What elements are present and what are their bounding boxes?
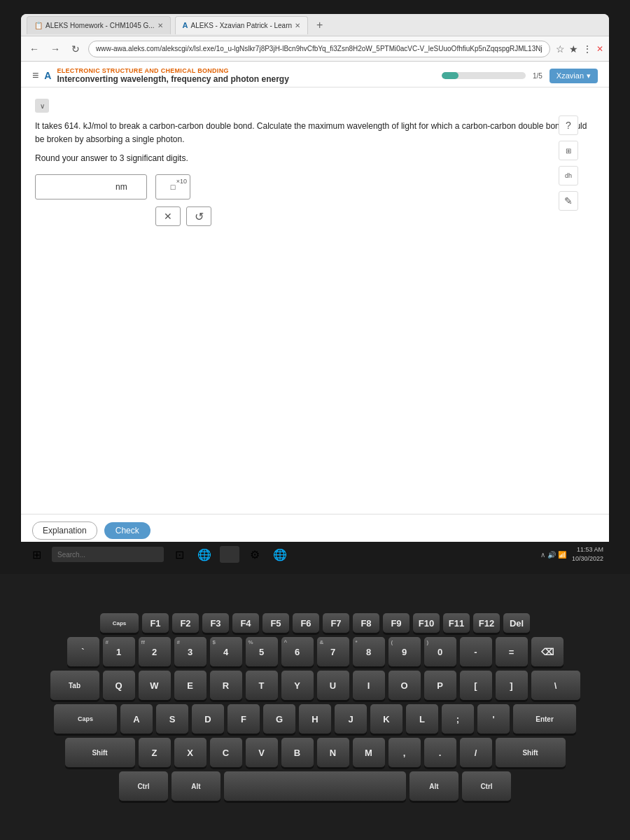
key-equals[interactable]: =	[496, 637, 528, 666]
key-ctrl-right[interactable]: Ctrl	[462, 771, 511, 801]
taskbar-search[interactable]	[52, 547, 164, 562]
key-p[interactable]: P	[424, 671, 456, 700]
close-window-icon[interactable]: ✕	[596, 44, 603, 54]
key-s[interactable]: S	[156, 704, 188, 734]
key-z[interactable]: Z	[139, 738, 171, 767]
key-f1[interactable]: F1	[142, 613, 169, 633]
edit-icon-btn[interactable]: ✎	[559, 191, 578, 211]
key-7[interactable]: &7	[317, 637, 349, 666]
key-f3[interactable]: F3	[202, 613, 229, 633]
key-3[interactable]: #3	[174, 637, 206, 666]
tab-close-inactive[interactable]: ✕	[158, 22, 163, 29]
key-f6[interactable]: F6	[293, 613, 319, 633]
key-n[interactable]: N	[317, 738, 349, 767]
key-j[interactable]: J	[335, 704, 367, 734]
nav-back-button[interactable]: ←	[27, 42, 42, 56]
key-backslash[interactable]: \	[531, 671, 580, 700]
key-f10[interactable]: F10	[413, 613, 440, 633]
chevron-toggle[interactable]: ∨	[35, 99, 49, 113]
key-g[interactable]: G	[263, 704, 295, 734]
key-minus[interactable]: -	[460, 637, 492, 666]
key-enter[interactable]: Enter	[513, 704, 576, 734]
key-c[interactable]: C	[210, 738, 242, 767]
key-del[interactable]: Del	[503, 613, 530, 633]
key-bracket-right[interactable]: ]	[496, 671, 528, 700]
key-f4[interactable]: F4	[232, 613, 259, 633]
key-u[interactable]: U	[317, 671, 349, 700]
key-d[interactable]: D	[192, 704, 224, 734]
taskbar-icon-edge[interactable]: 🌐	[195, 545, 214, 564]
tab-inactive[interactable]: 📋 ALEKS Homework - CHM1045 G... ✕	[27, 16, 171, 34]
key-1[interactable]: #1	[103, 637, 135, 666]
key-b[interactable]: B	[281, 738, 314, 767]
address-input[interactable]	[88, 41, 550, 57]
taskbar-icon-view[interactable]: ⊡	[169, 545, 189, 564]
key-backspace[interactable]: ⌫	[531, 637, 564, 666]
bookmark-icon[interactable]: ☆	[556, 43, 565, 55]
key-y[interactable]: Y	[281, 671, 314, 700]
key-r[interactable]: R	[210, 671, 242, 700]
explanation-button[interactable]: Explanation	[32, 522, 97, 540]
key-backtick[interactable]: `	[67, 637, 99, 666]
key-semicolon[interactable]: ;	[442, 704, 474, 734]
help-icon-btn[interactable]: ?	[559, 115, 578, 135]
key-e[interactable]: E	[174, 671, 206, 700]
key-l[interactable]: L	[406, 704, 438, 734]
key-period[interactable]: .	[424, 738, 456, 767]
key-shift-right[interactable]: Shift	[496, 738, 566, 767]
key-quote[interactable]: '	[477, 704, 510, 734]
key-f8[interactable]: F8	[353, 613, 379, 633]
tab-active[interactable]: A ALEKS - Xzavian Patrick - Learn ✕	[175, 16, 308, 34]
star-icon[interactable]: ★	[569, 43, 578, 55]
key-tab[interactable]: Tab	[50, 671, 99, 700]
key-a[interactable]: A	[120, 704, 153, 734]
key-q[interactable]: Q	[103, 671, 135, 700]
key-6[interactable]: ^6	[281, 637, 314, 666]
key-h[interactable]: H	[299, 704, 331, 734]
user-menu-button[interactable]: Xzavian ▾	[550, 69, 598, 83]
key-t[interactable]: T	[246, 671, 278, 700]
tab-close-active[interactable]: ✕	[295, 22, 300, 29]
key-bracket-left[interactable]: [	[460, 671, 492, 700]
key-space[interactable]	[224, 771, 406, 801]
hamburger-menu-icon[interactable]: ≡	[32, 69, 38, 82]
key-4[interactable]: $4	[210, 637, 242, 666]
table-icon-btn[interactable]: ⊞	[559, 141, 578, 160]
key-v[interactable]: V	[246, 738, 278, 767]
taskbar-icon-app1[interactable]	[220, 546, 239, 563]
key-o[interactable]: O	[388, 671, 421, 700]
key-x[interactable]: X	[174, 738, 206, 767]
key-0[interactable]: )0	[424, 637, 456, 666]
key-9[interactable]: (9	[388, 637, 421, 666]
key-caps[interactable]: Caps	[100, 613, 139, 633]
new-tab-button[interactable]: +	[312, 18, 327, 33]
key-shift-left[interactable]: Shift	[65, 738, 135, 767]
key-f5[interactable]: F5	[262, 613, 289, 633]
key-m[interactable]: M	[353, 738, 385, 767]
settings-icon[interactable]: ⋮	[582, 43, 592, 55]
answer-input[interactable]	[41, 182, 111, 192]
nav-forward-button[interactable]: →	[48, 42, 63, 56]
start-button[interactable]: ⊞	[27, 545, 46, 564]
key-alt-left[interactable]: Alt	[172, 771, 220, 801]
key-i[interactable]: I	[353, 671, 385, 700]
taskbar-icon-app3[interactable]: 🌐	[270, 545, 290, 564]
key-comma[interactable]: ,	[388, 738, 421, 767]
chart-icon-btn[interactable]: dh	[559, 166, 578, 186]
taskbar-icon-app2[interactable]: ⚙	[245, 545, 265, 564]
key-slash[interactable]: /	[460, 738, 492, 767]
key-alt-right[interactable]: Alt	[410, 771, 458, 801]
key-2[interactable]: ff2	[139, 637, 171, 666]
key-capslock[interactable]: Caps	[54, 704, 117, 734]
exponent-box[interactable]: □ ×10	[155, 174, 190, 200]
key-w[interactable]: W	[139, 671, 171, 700]
key-f9[interactable]: F9	[383, 613, 410, 633]
key-k[interactable]: K	[370, 704, 402, 734]
clear-button[interactable]: ✕	[155, 206, 181, 226]
check-button[interactable]: Check	[104, 522, 150, 539]
nav-refresh-button[interactable]: ↻	[69, 42, 83, 56]
key-f2[interactable]: F2	[172, 613, 199, 633]
key-f7[interactable]: F7	[323, 613, 349, 633]
key-ctrl-left[interactable]: Ctrl	[119, 771, 168, 801]
undo-button[interactable]: ↺	[186, 206, 211, 226]
